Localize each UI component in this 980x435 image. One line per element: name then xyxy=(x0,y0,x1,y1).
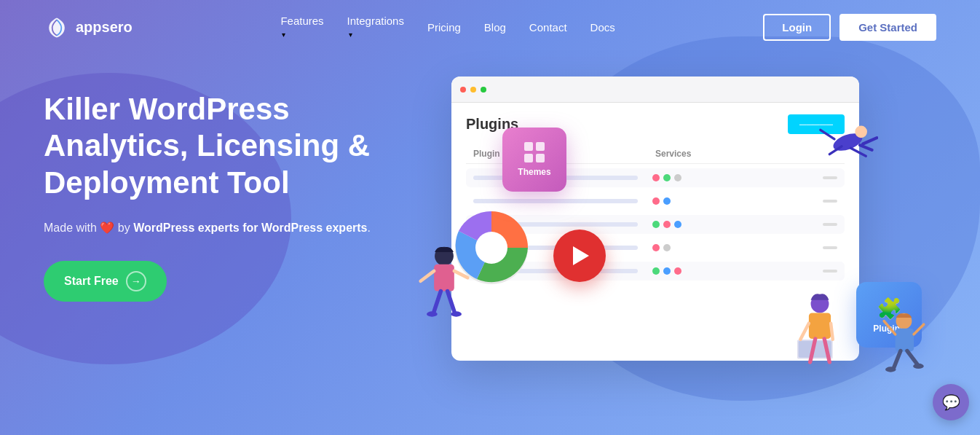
svg-line-4 xyxy=(821,130,834,139)
login-button[interactable]: Login xyxy=(763,14,831,41)
row-dash xyxy=(823,246,837,249)
themes-grid-icon xyxy=(524,142,545,162)
hero-text: Killer WordPress Analytics, Licensing & … xyxy=(44,69,393,302)
svg-rect-18 xyxy=(809,313,831,339)
svg-line-27 xyxy=(884,321,895,334)
service-dot-red xyxy=(652,174,660,181)
service-dot-red xyxy=(663,221,671,228)
hero-illustration: Plugins ───── Plugin Services xyxy=(408,69,936,435)
svg-line-12 xyxy=(454,271,467,278)
svg-line-30 xyxy=(907,351,917,364)
row-dash xyxy=(823,200,837,203)
subtitle-bold: WordPress experts for WordPress experts xyxy=(133,222,367,234)
svg-line-29 xyxy=(894,351,901,368)
svg-point-32 xyxy=(913,364,924,369)
browser-dot-green xyxy=(481,87,486,93)
service-dot-blue xyxy=(674,221,681,228)
row-dash xyxy=(823,176,837,179)
chevron-down-icon: ▾ xyxy=(282,31,285,39)
arrow-right-icon: → xyxy=(126,271,146,291)
svg-line-11 xyxy=(421,271,434,281)
play-triangle xyxy=(573,246,589,265)
navbar: appsero Features ▾ Integrations ▾ Pricin… xyxy=(0,0,980,55)
browser-dot-yellow xyxy=(470,87,476,93)
svg-rect-26 xyxy=(896,329,914,352)
svg-line-5 xyxy=(851,148,866,156)
nav-item-features[interactable]: Features ▾ xyxy=(280,15,323,40)
service-dot-blue xyxy=(663,267,671,275)
nav-item-blog[interactable]: Blog xyxy=(484,21,506,34)
service-dot-red xyxy=(652,244,660,251)
subtitle-period: . xyxy=(367,222,370,234)
hero-title: Killer WordPress Analytics, Licensing & … xyxy=(44,91,393,201)
chevron-down-icon: ▾ xyxy=(349,31,352,39)
service-dot-green xyxy=(663,174,671,181)
person-flying-illustration xyxy=(805,120,878,164)
logo-icon xyxy=(44,15,70,41)
play-circle-icon xyxy=(553,230,606,282)
themes-square xyxy=(536,142,545,151)
svg-line-7 xyxy=(860,145,872,150)
row-dash xyxy=(823,223,837,226)
chat-support-button[interactable]: 💬 xyxy=(933,384,969,420)
nav-item-pricing[interactable]: Pricing xyxy=(427,21,461,34)
svg-point-3 xyxy=(855,126,867,138)
subtitle-prefix: Made with xyxy=(44,222,97,234)
svg-line-8 xyxy=(863,138,877,144)
service-dot-gray xyxy=(663,244,671,251)
person-laptop-illustration xyxy=(791,289,849,377)
start-free-button[interactable]: Start Free → xyxy=(44,261,167,302)
svg-line-14 xyxy=(448,291,454,312)
hero-section: Killer WordPress Analytics, Licensing & … xyxy=(0,55,980,435)
svg-line-28 xyxy=(914,324,924,334)
row-dash xyxy=(823,270,837,273)
start-free-label: Start Free xyxy=(64,275,119,288)
services-dots xyxy=(652,174,817,181)
nav-item-contact[interactable]: Contact xyxy=(529,21,567,34)
person-kneeling-illustration xyxy=(878,311,936,384)
nav-actions: Login Get Started xyxy=(763,14,936,41)
browser-bar xyxy=(451,77,859,103)
get-started-button[interactable]: Get Started xyxy=(839,14,936,41)
logo[interactable]: appsero xyxy=(44,15,133,41)
heart-icon: ❤️ xyxy=(100,222,117,234)
service-dot-gray xyxy=(674,174,681,181)
svg-line-13 xyxy=(434,291,440,312)
themes-square xyxy=(524,154,533,162)
themes-square xyxy=(536,154,545,162)
themes-label: Themes xyxy=(518,167,550,177)
svg-point-1 xyxy=(475,232,507,264)
svg-line-21 xyxy=(800,324,809,340)
service-dot-red xyxy=(652,197,660,205)
service-dot-red xyxy=(674,267,681,275)
themes-card: Themes xyxy=(502,128,566,192)
svg-point-15 xyxy=(427,311,438,316)
themes-square xyxy=(524,142,533,151)
service-dot-blue xyxy=(663,197,671,205)
service-dot-green xyxy=(652,267,660,275)
svg-point-16 xyxy=(451,311,462,316)
subtitle-suffix: by xyxy=(118,222,133,234)
svg-line-22 xyxy=(831,324,833,340)
services-dots xyxy=(652,221,817,228)
services-dots xyxy=(652,244,817,251)
browser-dot-red xyxy=(460,87,466,93)
services-dots xyxy=(652,197,817,205)
hero-subtitle: Made with ❤️ by WordPress experts for Wo… xyxy=(44,219,393,238)
svg-rect-10 xyxy=(434,264,454,291)
services-dots xyxy=(652,267,817,275)
nav-item-integrations[interactable]: Integrations ▾ xyxy=(347,15,404,40)
nav-links: Features ▾ Integrations ▾ Pricing Blog C… xyxy=(280,15,615,40)
chat-icon: 💬 xyxy=(942,393,960,411)
svg-point-31 xyxy=(885,367,896,372)
service-dot-green xyxy=(652,221,660,228)
nav-item-docs[interactable]: Docs xyxy=(590,21,615,34)
logo-text: appsero xyxy=(76,19,133,36)
person-pushing-illustration xyxy=(415,244,473,332)
